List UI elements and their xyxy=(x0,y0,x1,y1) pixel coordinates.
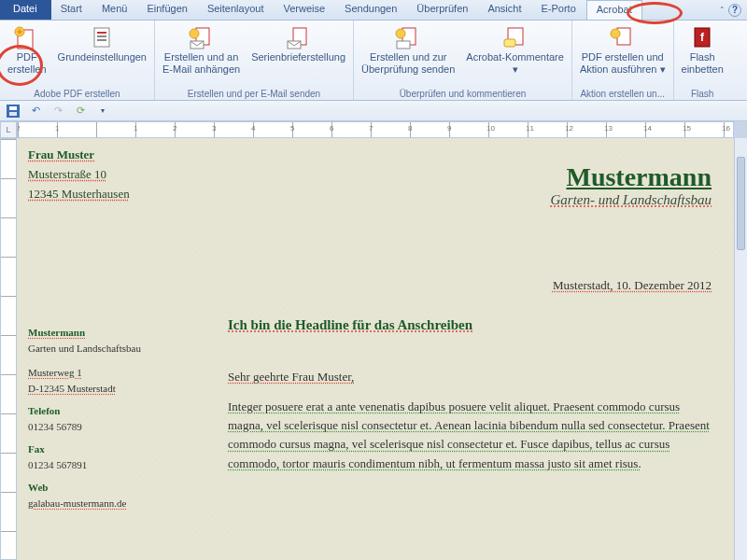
group-label: Flash xyxy=(691,88,713,99)
flash-embed-button[interactable]: f Flash einbetten xyxy=(680,23,726,77)
ruler-vertical[interactable] xyxy=(0,138,17,560)
company-sub: Garten- und Landschaftsbau xyxy=(551,192,712,208)
pdf-create-button[interactable]: PDF erstellen xyxy=(6,23,49,77)
tab-acrobat[interactable]: Acrobat xyxy=(586,0,642,20)
minimize-ribbon-icon[interactable]: ˄ xyxy=(720,6,725,15)
qat-dropdown-icon[interactable]: ▾ xyxy=(95,104,110,119)
scroll-thumb[interactable] xyxy=(737,157,745,250)
group-label: Erstellen und per E-Mail senden xyxy=(188,88,320,99)
undo-icon[interactable]: ↶ xyxy=(28,104,43,119)
btn-label: Grundeinstellungen xyxy=(58,51,147,63)
headline: Ich bin die Headline für das Anschreiben xyxy=(228,317,472,333)
group-label: Überprüfen und kommentieren xyxy=(400,88,527,99)
company-name: Mustermann xyxy=(551,162,712,192)
tab-menu[interactable]: Menü xyxy=(92,0,138,20)
ruler-horizontal[interactable]: 2112345678910111213141516 xyxy=(17,121,734,138)
btn-label: Acrobat-Kommentare xyxy=(466,51,564,63)
svg-rect-21 xyxy=(9,106,17,110)
pdf-icon xyxy=(12,25,42,51)
body-text: Sehr geehrte Frau Muster, Integer posuer… xyxy=(228,368,712,484)
group-email: Erstellen und an E-Mail anhängen Serienb… xyxy=(155,21,354,100)
svg-rect-5 xyxy=(97,39,106,41)
group-flash: f Flash einbetten Flash xyxy=(674,21,731,100)
btn-label: ▾ xyxy=(513,63,518,76)
pdf-mailmerge-icon xyxy=(284,25,314,51)
btn-label: Überprüfung senden xyxy=(361,63,455,76)
svg-point-12 xyxy=(396,29,405,38)
svg-rect-13 xyxy=(397,41,410,49)
svg-rect-4 xyxy=(97,35,106,37)
quick-access-toolbar: ↶ ↷ ⟳ ▾ xyxy=(0,101,747,121)
tab-file[interactable]: Datei xyxy=(0,0,51,20)
btn-label: Aktion ausführen ▾ xyxy=(580,63,666,76)
svg-rect-15 xyxy=(504,39,515,47)
ribbon: PDF erstellen Grundeinstellungen Adobe P… xyxy=(0,21,747,101)
create-review-button[interactable]: Erstellen und zur Überprüfung senden xyxy=(359,23,457,77)
ruler-corner[interactable]: L xyxy=(0,121,17,138)
btn-label: E-Mail anhängen xyxy=(162,63,240,76)
company-block: Mustermann Garten- und Landschaftsbau xyxy=(551,162,712,208)
tab-start[interactable]: Start xyxy=(51,0,92,20)
group-label: Aktion erstellen un... xyxy=(580,88,665,99)
settings-button[interactable]: Grundeinstellungen xyxy=(56,23,148,65)
create-action-button[interactable]: PDF erstellen und Aktion ausführen ▾ xyxy=(578,23,668,77)
pdf-mail-icon xyxy=(187,25,217,51)
svg-rect-3 xyxy=(97,32,106,34)
sync-icon[interactable]: ⟳ xyxy=(73,104,88,119)
document-date: Musterstadt, 10. Dezember 2012 xyxy=(553,278,712,293)
help-icon[interactable]: ? xyxy=(728,4,741,17)
tab-insert[interactable]: Einfügen xyxy=(137,0,197,20)
redo-icon[interactable]: ↷ xyxy=(50,104,65,119)
svg-rect-22 xyxy=(9,112,17,116)
btn-label: einbetten xyxy=(682,63,724,76)
ribbon-tabs: Datei Start Menü Einfügen Seitenlayout V… xyxy=(0,0,747,21)
group-adobe-pdf: PDF erstellen Grundeinstellungen Adobe P… xyxy=(0,21,155,100)
tab-eporto[interactable]: E-Porto xyxy=(531,0,585,20)
flash-icon: f xyxy=(687,25,717,51)
btn-label: Erstellen und an xyxy=(164,51,239,63)
tab-pagelayout[interactable]: Seitenlayout xyxy=(198,0,275,20)
workspace: L 2112345678910111213141516 Frau Muster … xyxy=(0,121,747,560)
btn-label: PDF xyxy=(17,51,37,63)
btn-label: PDF erstellen und xyxy=(582,51,664,63)
tab-review[interactable]: Überprüfen xyxy=(407,0,478,20)
paragraph-1: Integer posuere erat a ante venenatis da… xyxy=(228,398,712,473)
create-email-button[interactable]: Erstellen und an E-Mail anhängen xyxy=(161,23,242,77)
pdf-action-icon xyxy=(608,25,638,51)
salutation: Sehr geehrte Frau Muster, xyxy=(228,370,354,384)
group-label: Adobe PDF erstellen xyxy=(34,88,120,99)
comment-icon xyxy=(500,25,530,51)
scrollbar-vertical[interactable] xyxy=(734,138,747,560)
save-icon[interactable] xyxy=(6,104,21,119)
svg-point-17 xyxy=(611,29,620,38)
mailmerge-button[interactable]: Serienbrieferstellung xyxy=(249,23,347,65)
btn-label: Serienbrieferstellung xyxy=(251,51,345,63)
btn-label: Flash xyxy=(690,51,715,63)
group-review: Erstellen und zur Überprüfung senden Acr… xyxy=(354,21,572,100)
pdf-review-icon xyxy=(393,25,423,51)
document-page[interactable]: Frau Muster Musterstraße 10 12345 Muster… xyxy=(17,138,734,560)
group-action: PDF erstellen und Aktion ausführen ▾ Akt… xyxy=(572,21,674,100)
svg-point-7 xyxy=(190,29,199,38)
sidebar-info: Mustermann Garten und Landschaftsbau Mus… xyxy=(28,317,201,511)
btn-label: erstellen xyxy=(7,63,47,76)
acrobat-comments-button[interactable]: Acrobat-Kommentare ▾ xyxy=(464,23,566,77)
tab-mailings[interactable]: Sendungen xyxy=(335,0,407,20)
btn-label: Erstellen und zur xyxy=(370,51,447,63)
tab-view[interactable]: Ansicht xyxy=(478,0,531,20)
tab-references[interactable]: Verweise xyxy=(274,0,335,20)
gear-icon xyxy=(87,25,117,51)
